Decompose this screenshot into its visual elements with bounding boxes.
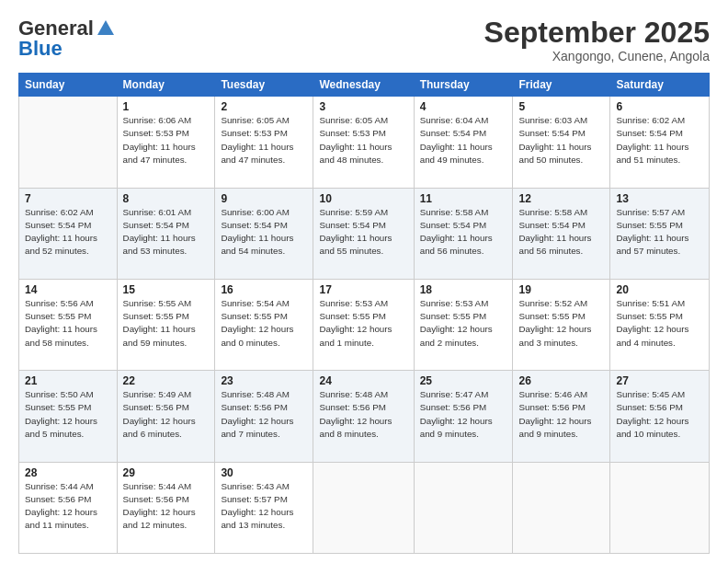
header: General Blue September 2025 Xangongo, Cu…: [18, 17, 710, 63]
calendar-cell: 24Sunrise: 5:48 AM Sunset: 5:56 PM Dayli…: [313, 371, 414, 462]
calendar-cell: 30Sunrise: 5:43 AM Sunset: 5:57 PM Dayli…: [215, 462, 313, 553]
calendar-row-2: 7Sunrise: 6:02 AM Sunset: 5:54 PM Daylig…: [19, 188, 710, 279]
calendar-cell: 22Sunrise: 5:49 AM Sunset: 5:56 PM Dayli…: [117, 371, 215, 462]
day-number: 6: [616, 100, 703, 113]
calendar-row-1: 1Sunrise: 6:06 AM Sunset: 5:53 PM Daylig…: [19, 97, 710, 188]
day-info: Sunrise: 5:59 AM Sunset: 5:54 PM Dayligh…: [319, 206, 407, 259]
day-number: 12: [518, 192, 604, 205]
day-info: Sunrise: 5:55 AM Sunset: 5:55 PM Dayligh…: [123, 297, 210, 350]
calendar-cell: 10Sunrise: 5:59 AM Sunset: 5:54 PM Dayli…: [313, 188, 414, 279]
header-wednesday: Wednesday: [313, 74, 414, 97]
day-info: Sunrise: 6:06 AM Sunset: 5:53 PM Dayligh…: [123, 114, 210, 167]
day-number: 4: [420, 100, 507, 113]
day-info: Sunrise: 5:43 AM Sunset: 5:57 PM Dayligh…: [221, 480, 307, 533]
calendar-cell: 29Sunrise: 5:44 AM Sunset: 5:56 PM Dayli…: [117, 462, 215, 553]
day-info: Sunrise: 5:46 AM Sunset: 5:56 PM Dayligh…: [518, 388, 604, 441]
day-number: 10: [319, 192, 407, 205]
day-number: 9: [221, 192, 307, 205]
day-info: Sunrise: 5:57 AM Sunset: 5:55 PM Dayligh…: [616, 206, 703, 259]
calendar-cell: [610, 462, 710, 553]
header-sunday: Sunday: [19, 74, 118, 97]
day-info: Sunrise: 5:58 AM Sunset: 5:54 PM Dayligh…: [420, 206, 507, 259]
logo-blue: Blue: [18, 37, 63, 61]
calendar-cell: 4Sunrise: 6:04 AM Sunset: 5:54 PM Daylig…: [414, 97, 513, 188]
calendar-cell: 9Sunrise: 6:00 AM Sunset: 5:54 PM Daylig…: [215, 188, 313, 279]
calendar-cell: 11Sunrise: 5:58 AM Sunset: 5:54 PM Dayli…: [414, 188, 513, 279]
page: General Blue September 2025 Xangongo, Cu…: [0, 0, 728, 563]
header-monday: Monday: [117, 74, 215, 97]
calendar-cell: 13Sunrise: 5:57 AM Sunset: 5:55 PM Dayli…: [610, 188, 710, 279]
calendar-cell: 25Sunrise: 5:47 AM Sunset: 5:56 PM Dayli…: [414, 371, 513, 462]
day-number: 19: [518, 283, 604, 296]
day-info: Sunrise: 5:48 AM Sunset: 5:56 PM Dayligh…: [319, 388, 407, 441]
day-number: 17: [319, 283, 407, 296]
calendar-cell: 12Sunrise: 5:58 AM Sunset: 5:54 PM Dayli…: [513, 188, 610, 279]
logo: General Blue: [18, 17, 116, 61]
day-info: Sunrise: 5:49 AM Sunset: 5:56 PM Dayligh…: [123, 388, 210, 441]
day-info: Sunrise: 5:58 AM Sunset: 5:54 PM Dayligh…: [518, 206, 604, 259]
calendar-cell: 15Sunrise: 5:55 AM Sunset: 5:55 PM Dayli…: [117, 279, 215, 370]
day-info: Sunrise: 6:02 AM Sunset: 5:54 PM Dayligh…: [616, 114, 703, 167]
calendar-cell: 8Sunrise: 6:01 AM Sunset: 5:54 PM Daylig…: [117, 188, 215, 279]
calendar-cell: 21Sunrise: 5:50 AM Sunset: 5:55 PM Dayli…: [19, 371, 118, 462]
calendar-cell: 20Sunrise: 5:51 AM Sunset: 5:55 PM Dayli…: [610, 279, 710, 370]
calendar-cell: 3Sunrise: 6:05 AM Sunset: 5:53 PM Daylig…: [313, 97, 414, 188]
day-number: 1: [123, 100, 210, 113]
calendar-cell: 1Sunrise: 6:06 AM Sunset: 5:53 PM Daylig…: [117, 97, 215, 188]
calendar-cell: 19Sunrise: 5:52 AM Sunset: 5:55 PM Dayli…: [513, 279, 610, 370]
day-info: Sunrise: 5:47 AM Sunset: 5:56 PM Dayligh…: [420, 388, 507, 441]
day-number: 26: [518, 374, 604, 387]
day-info: Sunrise: 5:54 AM Sunset: 5:55 PM Dayligh…: [221, 297, 307, 350]
day-number: 21: [25, 374, 111, 387]
calendar-header-row: Sunday Monday Tuesday Wednesday Thursday…: [19, 74, 710, 97]
day-info: Sunrise: 6:02 AM Sunset: 5:54 PM Dayligh…: [25, 206, 111, 259]
calendar-cell: 6Sunrise: 6:02 AM Sunset: 5:54 PM Daylig…: [610, 97, 710, 188]
day-number: 14: [25, 283, 111, 296]
calendar-cell: 18Sunrise: 5:53 AM Sunset: 5:55 PM Dayli…: [414, 279, 513, 370]
day-info: Sunrise: 6:03 AM Sunset: 5:54 PM Dayligh…: [518, 114, 604, 167]
calendar-cell: [414, 462, 513, 553]
day-number: 24: [319, 374, 407, 387]
header-tuesday: Tuesday: [215, 74, 313, 97]
header-saturday: Saturday: [610, 74, 710, 97]
day-number: 23: [221, 374, 307, 387]
day-number: 2: [221, 100, 307, 113]
day-number: 5: [518, 100, 604, 113]
day-info: Sunrise: 5:56 AM Sunset: 5:55 PM Dayligh…: [25, 297, 111, 350]
day-number: 20: [616, 283, 703, 296]
calendar-row-3: 14Sunrise: 5:56 AM Sunset: 5:55 PM Dayli…: [19, 279, 710, 370]
calendar-cell: 26Sunrise: 5:46 AM Sunset: 5:56 PM Dayli…: [513, 371, 610, 462]
calendar-cell: 16Sunrise: 5:54 AM Sunset: 5:55 PM Dayli…: [215, 279, 313, 370]
calendar-row-4: 21Sunrise: 5:50 AM Sunset: 5:55 PM Dayli…: [19, 371, 710, 462]
calendar-cell: 28Sunrise: 5:44 AM Sunset: 5:56 PM Dayli…: [19, 462, 118, 553]
day-number: 16: [221, 283, 307, 296]
day-number: 27: [616, 374, 703, 387]
title-area: September 2025 Xangongo, Cunene, Angola: [484, 17, 710, 63]
day-number: 25: [420, 374, 507, 387]
day-info: Sunrise: 5:44 AM Sunset: 5:56 PM Dayligh…: [123, 480, 210, 533]
calendar-cell: 5Sunrise: 6:03 AM Sunset: 5:54 PM Daylig…: [513, 97, 610, 188]
day-number: 29: [123, 466, 210, 479]
calendar-cell: 2Sunrise: 6:05 AM Sunset: 5:53 PM Daylig…: [215, 97, 313, 188]
calendar-cell: [313, 462, 414, 553]
calendar-cell: 14Sunrise: 5:56 AM Sunset: 5:55 PM Dayli…: [19, 279, 118, 370]
day-number: 22: [123, 374, 210, 387]
day-info: Sunrise: 6:05 AM Sunset: 5:53 PM Dayligh…: [319, 114, 407, 167]
day-info: Sunrise: 6:01 AM Sunset: 5:54 PM Dayligh…: [123, 206, 210, 259]
day-number: 15: [123, 283, 210, 296]
day-number: 30: [221, 466, 307, 479]
location: Xangongo, Cunene, Angola: [484, 49, 710, 63]
day-info: Sunrise: 6:00 AM Sunset: 5:54 PM Dayligh…: [221, 206, 307, 259]
calendar-cell: [513, 462, 610, 553]
day-info: Sunrise: 5:53 AM Sunset: 5:55 PM Dayligh…: [319, 297, 407, 350]
calendar-cell: 27Sunrise: 5:45 AM Sunset: 5:56 PM Dayli…: [610, 371, 710, 462]
day-info: Sunrise: 6:04 AM Sunset: 5:54 PM Dayligh…: [420, 114, 507, 167]
calendar-cell: [19, 97, 118, 188]
header-thursday: Thursday: [414, 74, 513, 97]
logo-icon: [96, 18, 116, 39]
calendar-cell: 17Sunrise: 5:53 AM Sunset: 5:55 PM Dayli…: [313, 279, 414, 370]
month-title: September 2025: [484, 17, 710, 49]
day-number: 8: [123, 192, 210, 205]
calendar-cell: 23Sunrise: 5:48 AM Sunset: 5:56 PM Dayli…: [215, 371, 313, 462]
day-info: Sunrise: 5:52 AM Sunset: 5:55 PM Dayligh…: [518, 297, 604, 350]
